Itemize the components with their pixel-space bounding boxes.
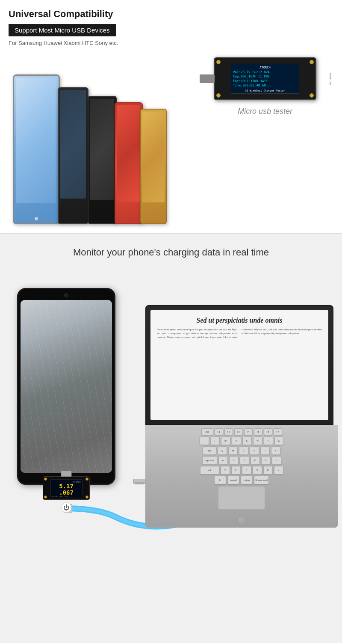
key-t: T <box>260 446 270 455</box>
key-f7: F7 <box>274 428 282 435</box>
key-q: Q <box>218 446 227 455</box>
screw-small-bl <box>44 496 47 499</box>
key-h: H <box>272 456 281 465</box>
laptop-doc-title: Sed ut perspiciatis unde omnis <box>157 317 322 324</box>
key-e: E <box>239 446 248 455</box>
phone-screen <box>21 300 112 473</box>
laptop-doc-text: Nemo enim ipsam voluptatem quia voluptas… <box>157 328 322 339</box>
key-a: A <box>218 456 228 465</box>
key-7: & <box>274 436 284 445</box>
keyboard-row-3: caps lock A S D F G H <box>155 456 328 465</box>
device-phone3 <box>115 102 143 224</box>
key-v: V <box>253 466 262 475</box>
device-phone4 <box>140 109 167 224</box>
key-1: ! <box>210 436 220 445</box>
key-esc: esc <box>201 428 213 435</box>
compatibility-subtitle: For Samsung Huawei Xiaomi HTC Sony etc. <box>9 40 333 46</box>
key-tab: tab <box>203 446 216 455</box>
tester-device: ATORCH Vol:28.7V Cur:2.02A Cap:000.16Ah … <box>214 57 316 100</box>
monitor-title: Monitor your phone's charging data in re… <box>9 247 333 258</box>
key-command: ⌘ command <box>254 476 269 484</box>
section-compatibility: Universal Compatibility Support Most Mic… <box>0 0 342 233</box>
key-x: X <box>231 466 241 475</box>
key-f6: F6 <box>264 428 272 435</box>
screw-bl <box>216 93 221 98</box>
usb-plug-inner <box>135 482 144 484</box>
devices-right: ATORCH Vol:28.7V Cur:2.02A Cap:000.16Ah … <box>205 57 325 116</box>
device-phone2 <box>88 96 117 224</box>
key-3: # <box>232 436 241 445</box>
device-tablet <box>13 74 60 224</box>
laptop-screen-bezel: Sed ut perspiciatis unde omnis Nemo enim… <box>145 305 333 425</box>
laptop-touchpad <box>218 486 265 510</box>
laptop-keyboard: esc F1 F2 F3 F4 F5 F6 F7 ~ ! @ # <box>155 425 328 484</box>
tester-usb-connector <box>200 74 215 83</box>
key-f3: F3 <box>234 428 243 435</box>
ts-big-number: 5.17 .067 <box>52 483 81 496</box>
keyboard-row-5: fn control option ⌘ command <box>155 476 328 484</box>
key-s: S <box>229 456 239 465</box>
key-fn: fn <box>214 476 226 484</box>
tester-caption: Micro usb tester <box>238 107 292 116</box>
key-z: Z <box>221 466 230 475</box>
laptop-screen-content: Sed ut perspiciatis unde omnis Nemo enim… <box>157 317 322 339</box>
key-g: G <box>261 456 271 465</box>
screw-small-tr <box>86 478 88 481</box>
keyboard-row-2: tab Q W E R T Y <box>155 446 328 455</box>
key-4: $ <box>242 436 252 445</box>
key-option: option <box>241 476 253 484</box>
key-b: B <box>263 466 273 475</box>
keyboard-row-4: shift Z X C V B N <box>155 466 328 475</box>
phone-screen-content <box>21 300 112 473</box>
keyboard-row-0: esc F1 F2 F3 F4 F5 F6 F7 <box>155 428 328 435</box>
tester-power-icon: ⏻ <box>61 502 71 513</box>
key-2: @ <box>221 436 230 445</box>
key-f1: F1 <box>215 428 223 435</box>
key-control: control <box>227 476 239 484</box>
key-6: ^ <box>264 436 273 445</box>
tester-side-label: Micro USB <box>330 73 332 85</box>
screw-small-tl <box>44 478 47 481</box>
screw-small-br <box>86 496 88 499</box>
laptop-body: esc F1 F2 F3 F4 F5 F6 F7 ~ ! @ # <box>145 425 338 528</box>
charging-phone <box>17 288 115 485</box>
key-n: N <box>274 466 283 475</box>
phone-camera <box>64 293 68 297</box>
key-f4: F4 <box>244 428 253 435</box>
screw-br <box>310 93 314 98</box>
keyboard-row-1: ~ ! @ # $ % ^ & <box>155 436 328 445</box>
key-w: W <box>228 446 238 455</box>
laptop-logo <box>237 516 246 524</box>
laptop: Sed ut perspiciatis unde omnis Nemo enim… <box>145 305 338 528</box>
tester-small-device: ATORCH 5.17 .067 0002.16Ah 0W%: 000:00.5… <box>43 476 90 500</box>
device-phone1 <box>58 87 88 224</box>
laptop-screen: Sed ut perspiciatis unde omnis Nemo enim… <box>150 310 328 420</box>
usb-plug <box>133 479 145 484</box>
key-shift: shift <box>200 466 219 475</box>
section-title: Universal Compatibility <box>9 9 333 20</box>
key-f2: F2 <box>224 428 233 435</box>
tester-on-cable: ATORCH 5.17 .067 0002.16Ah 0W%: 000:00.5… <box>43 476 90 513</box>
tester-screws <box>215 58 315 99</box>
key-c: C <box>242 466 251 475</box>
tester-small-screen: ATORCH 5.17 .067 0002.16Ah 0W%: 000:00.5… <box>50 479 83 497</box>
key-d: D <box>240 456 249 465</box>
key-5: % <box>253 436 262 445</box>
ts-data1: 0002.16Ah 0W%: <box>52 496 81 497</box>
devices-row: ATORCH Vol:28.7V Cur:2.02A Cap:000.16Ah … <box>9 53 333 233</box>
section-monitor: Monitor your phone's charging data in re… <box>0 234 342 643</box>
tester-small-usb <box>61 471 72 477</box>
key-r: R <box>250 446 259 455</box>
key-tilde: ~ <box>200 436 209 445</box>
key-f5: F5 <box>254 428 262 435</box>
charging-scene: ATORCH 5.17 .067 0002.16Ah 0W%: 000:00.5… <box>9 271 333 635</box>
compatibility-badge: Support Most Micro USB Devices <box>9 24 116 36</box>
screw-tr <box>310 60 314 64</box>
devices-left <box>9 62 188 233</box>
key-f: F <box>251 456 260 465</box>
screw-tl <box>216 60 221 64</box>
key-y: Y <box>271 446 280 455</box>
key-capslock: caps lock <box>202 456 217 465</box>
